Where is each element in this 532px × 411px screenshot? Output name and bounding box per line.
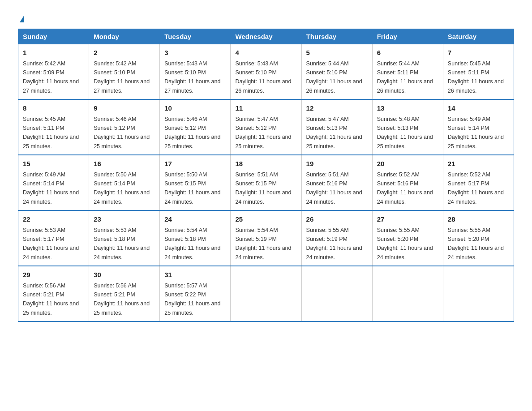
calendar-day-cell: 28 Sunrise: 5:55 AMSunset: 5:20 PMDaylig… (443, 210, 514, 266)
calendar-day-cell: 25 Sunrise: 5:54 AMSunset: 5:19 PMDaylig… (231, 210, 301, 266)
day-info: Sunrise: 5:56 AMSunset: 5:21 PMDaylight:… (94, 283, 150, 316)
day-info: Sunrise: 5:47 AMSunset: 5:13 PMDaylight:… (306, 116, 362, 150)
calendar-day-cell: 21 Sunrise: 5:52 AMSunset: 5:17 PMDaylig… (443, 155, 514, 210)
day-number: 30 (94, 270, 155, 280)
calendar-day-cell: 2 Sunrise: 5:42 AMSunset: 5:10 PMDayligh… (89, 44, 160, 100)
day-number: 20 (377, 159, 438, 169)
calendar-body: 1 Sunrise: 5:42 AMSunset: 5:09 PMDayligh… (18, 44, 514, 322)
day-info: Sunrise: 5:50 AMSunset: 5:14 PMDaylight:… (94, 171, 150, 205)
day-info: Sunrise: 5:47 AMSunset: 5:12 PMDaylight:… (235, 116, 291, 150)
calendar-day-cell: 8 Sunrise: 5:45 AMSunset: 5:11 PMDayligh… (18, 99, 89, 155)
day-number: 18 (235, 159, 296, 169)
day-info: Sunrise: 5:57 AMSunset: 5:22 PMDaylight:… (164, 283, 220, 316)
day-info: Sunrise: 5:55 AMSunset: 5:20 PMDaylight:… (448, 227, 504, 261)
day-info: Sunrise: 5:54 AMSunset: 5:19 PMDaylight:… (235, 227, 291, 261)
day-number: 2 (94, 48, 155, 58)
calendar-day-cell: 1 Sunrise: 5:42 AMSunset: 5:09 PMDayligh… (18, 44, 89, 100)
day-info: Sunrise: 5:49 AMSunset: 5:14 PMDaylight:… (448, 116, 504, 150)
day-number: 19 (306, 159, 368, 169)
calendar-day-cell: 10 Sunrise: 5:46 AMSunset: 5:12 PMDaylig… (160, 99, 231, 155)
calendar-day-cell: 23 Sunrise: 5:53 AMSunset: 5:18 PMDaylig… (89, 210, 160, 266)
calendar-day-cell: 12 Sunrise: 5:47 AMSunset: 5:13 PMDaylig… (301, 99, 372, 155)
day-info: Sunrise: 5:51 AMSunset: 5:15 PMDaylight:… (235, 171, 291, 205)
day-number: 5 (306, 48, 368, 58)
day-info: Sunrise: 5:50 AMSunset: 5:15 PMDaylight:… (164, 171, 220, 205)
calendar-day-cell (231, 266, 301, 321)
day-number: 16 (94, 159, 155, 169)
calendar-day-cell: 18 Sunrise: 5:51 AMSunset: 5:15 PMDaylig… (231, 155, 301, 210)
logo-triangle-icon (20, 15, 24, 22)
day-number: 15 (23, 159, 84, 169)
day-info: Sunrise: 5:43 AMSunset: 5:10 PMDaylight:… (164, 60, 220, 94)
day-number: 8 (23, 103, 84, 114)
calendar-day-cell: 27 Sunrise: 5:55 AMSunset: 5:20 PMDaylig… (372, 210, 443, 266)
day-info: Sunrise: 5:42 AMSunset: 5:10 PMDaylight:… (94, 60, 150, 94)
day-number: 11 (235, 103, 296, 114)
weekday-header-sunday: Sunday (18, 29, 89, 44)
day-number: 6 (377, 48, 438, 58)
calendar-day-cell: 6 Sunrise: 5:44 AMSunset: 5:11 PMDayligh… (372, 44, 443, 100)
weekday-header-monday: Monday (89, 29, 160, 44)
calendar-day-cell: 22 Sunrise: 5:53 AMSunset: 5:17 PMDaylig… (18, 210, 89, 266)
day-info: Sunrise: 5:44 AMSunset: 5:11 PMDaylight:… (377, 60, 433, 94)
day-info: Sunrise: 5:49 AMSunset: 5:14 PMDaylight:… (23, 171, 79, 205)
calendar-day-cell (372, 266, 443, 321)
calendar-day-cell (443, 266, 514, 321)
calendar-day-cell: 11 Sunrise: 5:47 AMSunset: 5:12 PMDaylig… (231, 99, 301, 155)
day-number: 14 (448, 103, 509, 114)
day-number: 1 (23, 48, 84, 58)
day-number: 25 (235, 214, 296, 225)
calendar-week-2: 8 Sunrise: 5:45 AMSunset: 5:11 PMDayligh… (18, 99, 514, 155)
day-info: Sunrise: 5:46 AMSunset: 5:12 PMDaylight:… (94, 116, 150, 150)
calendar-day-cell: 20 Sunrise: 5:52 AMSunset: 5:16 PMDaylig… (372, 155, 443, 210)
weekday-header-tuesday: Tuesday (160, 29, 231, 44)
day-info: Sunrise: 5:48 AMSunset: 5:13 PMDaylight:… (377, 116, 433, 150)
day-info: Sunrise: 5:45 AMSunset: 5:11 PMDaylight:… (23, 116, 79, 150)
day-number: 31 (164, 270, 226, 280)
day-number: 24 (164, 214, 226, 225)
day-info: Sunrise: 5:46 AMSunset: 5:12 PMDaylight:… (164, 116, 220, 150)
weekday-header-thursday: Thursday (301, 29, 372, 44)
calendar-day-cell: 16 Sunrise: 5:50 AMSunset: 5:14 PMDaylig… (89, 155, 160, 210)
day-number: 9 (94, 103, 155, 114)
logo (18, 13, 24, 22)
day-info: Sunrise: 5:42 AMSunset: 5:09 PMDaylight:… (23, 60, 79, 94)
day-info: Sunrise: 5:51 AMSunset: 5:16 PMDaylight:… (306, 171, 362, 205)
calendar-day-cell: 13 Sunrise: 5:48 AMSunset: 5:13 PMDaylig… (372, 99, 443, 155)
calendar-day-cell: 19 Sunrise: 5:51 AMSunset: 5:16 PMDaylig… (301, 155, 372, 210)
day-info: Sunrise: 5:43 AMSunset: 5:10 PMDaylight:… (235, 60, 291, 94)
day-info: Sunrise: 5:55 AMSunset: 5:19 PMDaylight:… (306, 227, 362, 261)
day-info: Sunrise: 5:52 AMSunset: 5:16 PMDaylight:… (377, 171, 433, 205)
calendar-day-cell: 24 Sunrise: 5:54 AMSunset: 5:18 PMDaylig… (160, 210, 231, 266)
day-number: 28 (448, 214, 509, 225)
calendar-day-cell: 3 Sunrise: 5:43 AMSunset: 5:10 PMDayligh… (160, 44, 231, 100)
day-number: 3 (164, 48, 226, 58)
day-info: Sunrise: 5:54 AMSunset: 5:18 PMDaylight:… (164, 227, 220, 261)
calendar-week-1: 1 Sunrise: 5:42 AMSunset: 5:09 PMDayligh… (18, 44, 514, 100)
day-number: 26 (306, 214, 368, 225)
day-number: 21 (448, 159, 509, 169)
calendar-day-cell: 17 Sunrise: 5:50 AMSunset: 5:15 PMDaylig… (160, 155, 231, 210)
calendar-day-cell: 15 Sunrise: 5:49 AMSunset: 5:14 PMDaylig… (18, 155, 89, 210)
calendar-day-cell: 26 Sunrise: 5:55 AMSunset: 5:19 PMDaylig… (301, 210, 372, 266)
calendar-table: SundayMondayTuesdayWednesdayThursdayFrid… (18, 29, 514, 322)
calendar-day-cell: 7 Sunrise: 5:45 AMSunset: 5:11 PMDayligh… (443, 44, 514, 100)
day-number: 12 (306, 103, 368, 114)
day-number: 17 (164, 159, 226, 169)
day-number: 7 (448, 48, 509, 58)
calendar-week-5: 29 Sunrise: 5:56 AMSunset: 5:21 PMDaylig… (18, 266, 514, 321)
calendar-week-4: 22 Sunrise: 5:53 AMSunset: 5:17 PMDaylig… (18, 210, 514, 266)
day-number: 22 (23, 214, 84, 225)
calendar-day-cell: 30 Sunrise: 5:56 AMSunset: 5:21 PMDaylig… (89, 266, 160, 321)
calendar-day-cell: 5 Sunrise: 5:44 AMSunset: 5:10 PMDayligh… (301, 44, 372, 100)
day-number: 23 (94, 214, 155, 225)
page-header (18, 13, 514, 22)
calendar-day-cell: 29 Sunrise: 5:56 AMSunset: 5:21 PMDaylig… (18, 266, 89, 321)
weekday-header-row: SundayMondayTuesdayWednesdayThursdayFrid… (18, 29, 514, 44)
calendar-week-3: 15 Sunrise: 5:49 AMSunset: 5:14 PMDaylig… (18, 155, 514, 210)
day-info: Sunrise: 5:44 AMSunset: 5:10 PMDaylight:… (306, 60, 362, 94)
calendar-day-cell (301, 266, 372, 321)
day-info: Sunrise: 5:52 AMSunset: 5:17 PMDaylight:… (448, 171, 504, 205)
day-number: 4 (235, 48, 296, 58)
day-number: 13 (377, 103, 438, 114)
